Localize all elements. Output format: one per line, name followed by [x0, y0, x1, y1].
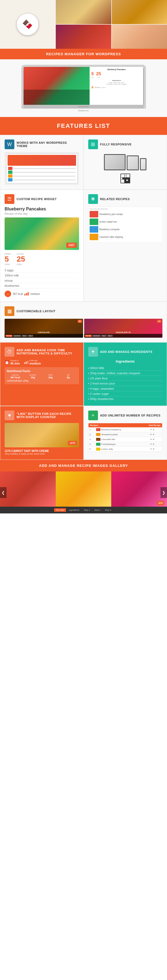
tab-theskin-2[interactable]: The Skin	[85, 335, 92, 337]
related-thumb-2: Green salad mix	[90, 218, 161, 225]
bar-1	[24, 294, 25, 296]
device-phone	[140, 158, 146, 170]
cook-stat: COOK 25 mins	[17, 253, 25, 266]
recipe-card-title: Blueberry Pancakes	[5, 207, 79, 212]
tab-ingredients-1[interactable]: Ingredients	[13, 335, 21, 337]
gallery-tab-theskin[interactable]: The Skin	[54, 508, 66, 512]
feature-unlimited-block: + ADD UNLIMITED NUMBER OF RECIPES Recipe…	[84, 406, 167, 460]
wordpress-icon: W	[7, 142, 12, 147]
nutrient-fiber-value: 20g	[42, 376, 59, 379]
feature-unlimited-title: ADD UNLIMITED NUMBER OF RECIPES	[100, 414, 161, 417]
ingredient-item-2: 250g butter, chilled, coarsely chopped	[88, 371, 163, 376]
tab-step2-1[interactable]: Step 2	[28, 335, 33, 337]
macbook-screen-right: Blueberry Pancakes 5 mins 25 mins Ingred…	[90, 67, 144, 105]
gallery-next-button[interactable]: ❯	[161, 487, 167, 498]
gallery-tab-step1[interactable]: Step 1	[82, 508, 91, 512]
ingredient-item-7: 500g strawberries	[88, 396, 163, 401]
nutrient-fiber: fiber 20g	[42, 374, 59, 379]
gallery-tab-step3[interactable]: Step 3	[103, 508, 113, 512]
feature-layout-block: ▦ CUSTOMIZABLE LAYOUT 31 CHOCOLATE The S…	[0, 302, 167, 342]
chevron-left-icon: ❮	[2, 490, 5, 495]
devices-display	[88, 152, 163, 172]
device-tablet	[127, 156, 139, 170]
feature-unlimited-header: + ADD UNLIMITED NUMBER OF RECIPES	[88, 410, 163, 420]
related-thumb-img-3	[90, 226, 98, 232]
tab-step1-1[interactable]: Step 1	[22, 335, 27, 337]
ingredient-2: 100ml milk	[5, 273, 79, 278]
layout-label-1: CHOCOLATE	[5, 331, 83, 333]
layout-icon-box: ▦	[5, 306, 14, 316]
ingredient-3: siroup	[5, 278, 79, 283]
feature-like-title: "LIKE" BUTTON FOR EACH RECIPE WITH DISPL…	[16, 412, 79, 418]
gallery-tab-bar: The Skin Ingredients Step 1 Step 2 Step …	[0, 507, 167, 514]
responsive-icon: ⊞	[91, 142, 95, 147]
nutrient-calories-value: 967 kcal	[7, 376, 24, 379]
ready-in-label: Ready in	[10, 360, 20, 362]
feature-widget-header: ☰ CUSTOM RECIPE WIDGET	[5, 194, 79, 204]
related-thumb-1: Strawberry jam recipe	[90, 211, 161, 218]
row-2-num: 2	[89, 432, 95, 437]
macbook-screen: Blueberry Pancakes 5 mins 25 mins Ingred…	[24, 67, 144, 105]
ingredient-item-5: 4 eggs, separated	[88, 386, 163, 391]
row-1-num: 1	[89, 427, 95, 432]
gallery-tab-ingredients[interactable]: Ingredients	[67, 508, 81, 512]
feature-cooktime-block: ⏱ ADD AND MANAGE COOK TIME NUTRITIONAL F…	[0, 342, 84, 406]
macbook-label: MacBook Air	[8, 110, 159, 111]
nutrition-row: 🔥 367 kcal medium	[5, 291, 79, 297]
feature-related-title: RELATED RECIPES	[100, 197, 130, 200]
table-header: Recipes Add Recipe	[89, 423, 162, 427]
tab-theskin-1[interactable]: The Skin	[5, 335, 13, 337]
recipe-badge: 5327	[66, 243, 76, 248]
diff-bar-1	[24, 362, 25, 364]
prep-stat: PREP 5 mins	[5, 253, 11, 266]
hero-collage: 🍫	[0, 0, 167, 49]
row-4-num: 4	[89, 442, 95, 447]
feature-ingredients-header: ✦ ADD AND MANAGE INGREDIENTS	[88, 347, 163, 356]
related-thumb-text-2: Green salad mix	[99, 220, 117, 223]
related-icon: ❋	[91, 196, 95, 202]
nutrient-fat: fat 8g	[60, 374, 76, 379]
macbook-screen-left	[24, 67, 90, 105]
qr-area	[88, 173, 163, 183]
phone-mockup	[5, 152, 79, 185]
tab-step1-2[interactable]: Step 1	[101, 335, 107, 337]
layout-icon: ▦	[7, 308, 12, 314]
tab-step2-2[interactable]: Step 2	[107, 335, 113, 337]
gallery-tab-step2[interactable]: Step 2	[93, 508, 102, 512]
difficulty-bars	[24, 292, 29, 296]
cooktime-info: ⏰ Ready in 45 min Difficulty medium	[5, 360, 79, 365]
row-4-actions: ✏ ✕	[149, 442, 162, 447]
chevron-right-icon: ❯	[162, 490, 165, 495]
responsive-icon-box: ⊞	[88, 140, 98, 149]
tart-title: 1270 CARROT TART WITH CREME	[5, 450, 79, 452]
recipes-table: 1 Blueberry Raspberry ✏ ✕ 2 Strawberry p…	[89, 427, 162, 452]
row-5-num: 5	[89, 447, 95, 452]
cook-stats: PREP 5 mins COOK 25 mins	[5, 253, 79, 266]
table-row-2: 2 Strawberry pasta ✏ ✕	[89, 432, 162, 437]
nutrient-protein-value: 30g	[24, 376, 41, 379]
gallery-title: ADD AND MANAGE RECIPE IMAGES GALLERY	[39, 464, 128, 468]
related-thumb-img-4	[90, 234, 98, 240]
like-icon: ♥	[8, 413, 11, 418]
nutrient-calories: calories 967 kcal	[7, 374, 24, 379]
feature-layout-header: ▦ CUSTOMIZABLE LAYOUT	[5, 306, 162, 316]
hero-cell-waffle	[112, 0, 167, 24]
macbook-outer: Blueberry Pancakes 5 mins 25 mins Ingred…	[21, 65, 146, 108]
related-icon-box: ❋	[88, 194, 98, 204]
carbohydrates: carbohydrates 180g	[7, 379, 77, 382]
macbook-section: Blueberry Pancakes 5 mins 25 mins Ingred…	[0, 59, 167, 117]
feature-recipe-widget-block: ☰ CUSTOM RECIPE WIDGET Blueberry Pancake…	[0, 189, 84, 302]
table-row-3: 3 Chocolate Mix ✏ ✕	[89, 437, 162, 442]
tart-image: 1270	[5, 423, 79, 447]
tab-ingredients-2[interactable]: Ingredients	[92, 335, 101, 337]
recipe-row-1	[8, 167, 76, 170]
gallery-prev-button[interactable]: ❮	[0, 487, 6, 498]
recipe-row-2	[8, 170, 76, 174]
feature-like-header: ♥ "LIKE" BUTTON FOR EACH RECIPE WITH DIS…	[5, 410, 79, 420]
row-1-actions: ✏ ✕	[149, 427, 162, 432]
feature-like-block: ♥ "LIKE" BUTTON FOR EACH RECIPE WITH DIS…	[0, 406, 84, 460]
ingredients-icon: ✦	[91, 349, 95, 355]
app-title: RECIPES MANAGER FOR WORDPRESS	[46, 52, 121, 56]
layout-label-2: CHOCOLATE YS	[84, 331, 163, 333]
app-title-bar: RECIPES MANAGER FOR WORDPRESS	[0, 49, 167, 59]
